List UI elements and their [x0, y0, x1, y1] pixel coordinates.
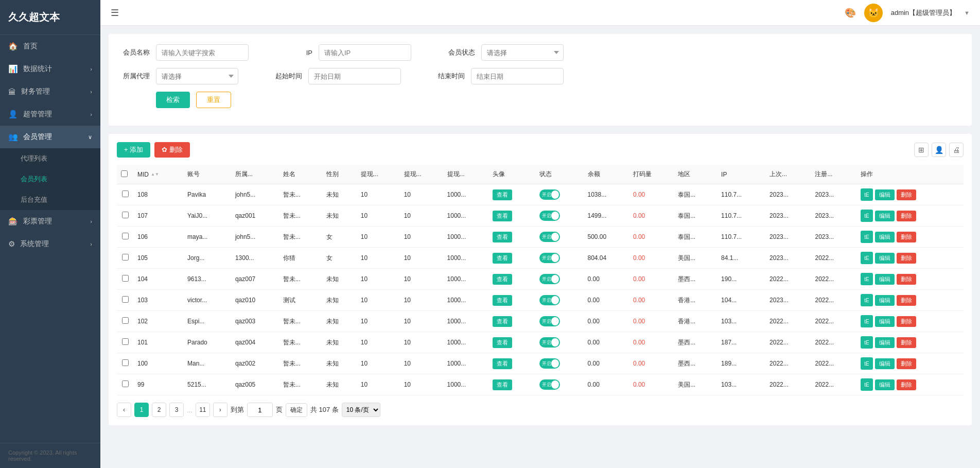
per-page-select[interactable]: 10 条/页 — [342, 403, 380, 417]
sidebar-item-agent-list[interactable]: 代理列表 — [0, 148, 100, 169]
page-2-button[interactable]: 2 — [152, 403, 166, 417]
view-button[interactable]: 查看 — [493, 358, 512, 369]
view-button[interactable]: 查看 — [493, 232, 512, 242]
batch-delete-button[interactable]: ✿ 删除 — [154, 142, 190, 158]
start-time-input[interactable] — [308, 68, 401, 84]
sidebar-item-lottery[interactable]: 🎰 彩票管理 › — [0, 210, 100, 233]
row-checkbox[interactable] — [122, 233, 129, 239]
delete-button[interactable]: 删除 — [897, 274, 916, 285]
edit-button[interactable]: 编辑 — [875, 337, 895, 348]
sidebar-item-member-mgmt[interactable]: 👥 会员管理 ∨ — [0, 126, 100, 148]
user-icon: 👤 — [8, 110, 18, 119]
delete-button[interactable]: 删除 — [897, 337, 916, 348]
delete-button[interactable]: 删除 — [897, 211, 916, 221]
edit-button[interactable]: 编辑 — [875, 316, 895, 327]
delete-button[interactable]: 删除 — [897, 316, 916, 327]
row-checkbox[interactable] — [122, 359, 129, 366]
print-button[interactable]: 🖨 — [949, 143, 964, 157]
icon-action-button[interactable]: tE — [861, 231, 873, 243]
member-name-input[interactable] — [156, 44, 249, 61]
row-checkbox[interactable] — [122, 317, 129, 324]
col-action: 操作 — [856, 165, 964, 184]
delete-button[interactable]: 删除 — [897, 358, 916, 369]
prev-page-button[interactable]: ‹ — [117, 403, 131, 417]
edit-button[interactable]: 编辑 — [875, 253, 895, 264]
icon-action-button[interactable]: tE — [861, 188, 873, 201]
icon-action-button[interactable]: tE — [861, 273, 873, 285]
edit-button[interactable]: 编辑 — [875, 211, 895, 221]
row-checkbox[interactable] — [122, 380, 129, 387]
select-all-checkbox[interactable] — [121, 170, 128, 177]
icon-action-button[interactable]: tE — [861, 210, 873, 222]
status-toggle[interactable]: 开启 — [539, 274, 560, 284]
view-button[interactable]: 查看 — [493, 189, 512, 200]
page-1-button[interactable]: 1 — [134, 403, 149, 417]
grid-view-button[interactable]: ⊞ — [914, 143, 929, 157]
status-toggle[interactable]: 开启 — [539, 211, 560, 221]
page-3-button[interactable]: 3 — [169, 403, 184, 417]
delete-button[interactable]: 删除 — [897, 379, 916, 390]
icon-action-button[interactable]: tE — [861, 294, 873, 306]
user-view-button[interactable]: 👤 — [932, 143, 946, 157]
icon-action-button[interactable]: tE — [861, 252, 873, 264]
delete-button[interactable]: 删除 — [897, 295, 916, 306]
theme-icon[interactable]: 🎨 — [845, 7, 856, 19]
reset-button[interactable]: 重置 — [196, 92, 231, 108]
row-checkbox[interactable] — [122, 296, 129, 303]
add-button[interactable]: + 添加 — [117, 142, 150, 158]
view-button[interactable]: 查看 — [493, 379, 512, 390]
row-checkbox[interactable] — [122, 254, 129, 261]
sidebar-item-member-list[interactable]: 会员列表 — [0, 169, 100, 189]
row-checkbox[interactable] — [122, 190, 129, 197]
next-page-button[interactable]: › — [213, 403, 227, 417]
sidebar-item-data-stats[interactable]: 📊 数据统计 › — [0, 58, 100, 80]
user-dropdown-arrow[interactable]: ▼ — [964, 10, 970, 16]
edit-button[interactable]: 编辑 — [875, 379, 895, 390]
end-time-input[interactable] — [471, 68, 564, 84]
sidebar-item-recharge[interactable]: 后台充值 — [0, 189, 100, 210]
edit-button[interactable]: 编辑 — [875, 358, 895, 369]
status-toggle[interactable]: 开启 — [539, 232, 560, 242]
sidebar-item-super-admin[interactable]: 👤 超管管理 › — [0, 103, 100, 126]
edit-button[interactable]: 编辑 — [875, 295, 895, 306]
status-toggle[interactable]: 开启 — [539, 316, 560, 326]
view-button[interactable]: 查看 — [493, 337, 512, 348]
icon-action-button[interactable]: tE — [861, 378, 873, 391]
edit-button[interactable]: 编辑 — [875, 274, 895, 285]
sidebar-item-finance[interactable]: 🏛 财务管理 › — [0, 80, 100, 103]
agent-select[interactable]: 请选择 — [156, 68, 238, 84]
row-checkbox[interactable] — [122, 212, 129, 218]
row-checkbox[interactable] — [122, 275, 129, 282]
status-toggle[interactable]: 开启 — [539, 295, 560, 305]
edit-button[interactable]: 编辑 — [875, 232, 895, 242]
status-toggle[interactable]: 开启 — [539, 379, 560, 390]
view-button[interactable]: 查看 — [493, 253, 512, 264]
icon-action-button[interactable]: tE — [861, 315, 873, 327]
view-button[interactable]: 查看 — [493, 274, 512, 285]
status-toggle[interactable]: 开启 — [539, 189, 560, 200]
view-button[interactable]: 查看 — [493, 316, 512, 327]
goto-page-input[interactable] — [247, 403, 273, 417]
status-toggle[interactable]: 开启 — [539, 337, 560, 348]
ip-input[interactable] — [319, 44, 411, 61]
delete-button[interactable]: 删除 — [897, 232, 916, 242]
delete-button[interactable]: 删除 — [897, 189, 916, 200]
col-gender: 性别 — [322, 165, 357, 184]
goto-page-confirm[interactable]: 确定 — [286, 403, 307, 417]
search-button[interactable]: 检索 — [156, 92, 190, 108]
status-select[interactable]: 请选择 — [481, 44, 564, 61]
view-button[interactable]: 查看 — [493, 211, 512, 221]
menu-toggle-button[interactable]: ☰ — [111, 7, 119, 19]
edit-button[interactable]: 编辑 — [875, 189, 895, 200]
status-toggle[interactable]: 开启 — [539, 358, 560, 369]
status-toggle[interactable]: 开启 — [539, 253, 560, 263]
icon-action-button[interactable]: tE — [861, 357, 873, 370]
sort-icon[interactable]: ▲▼ — [151, 172, 159, 177]
icon-action-button[interactable]: tE — [861, 336, 873, 349]
delete-button[interactable]: 删除 — [897, 253, 916, 264]
sidebar-item-home[interactable]: 🏠 首页 — [0, 35, 100, 58]
row-checkbox[interactable] — [122, 338, 129, 345]
sidebar-item-system[interactable]: ⚙ 系统管理 › — [0, 233, 100, 255]
page-11-button[interactable]: 11 — [196, 403, 210, 417]
view-button[interactable]: 查看 — [493, 295, 512, 306]
